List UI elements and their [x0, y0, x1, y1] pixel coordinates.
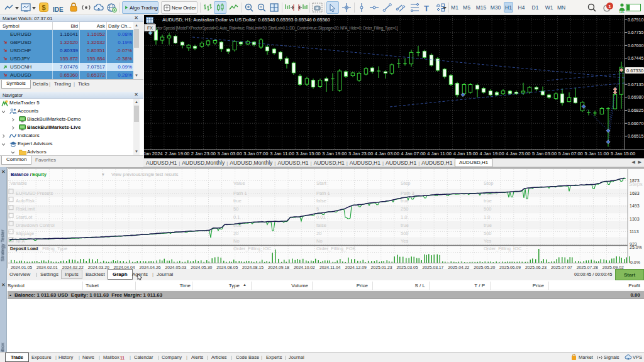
- svg-text:4 Jan 19:00: 4 Jan 19:00: [479, 151, 504, 156]
- svg-text:No: No: [233, 238, 240, 244]
- svg-text:3 Jan 15:00: 3 Jan 15:00: [296, 151, 321, 156]
- svg-text:Order_Filling_IOC: Order_Filling_IOC: [484, 246, 522, 251]
- svg-text:Drawdown Control: Drawdown Control: [16, 222, 55, 228]
- svg-text:0.1: 0.1: [233, 214, 240, 220]
- svg-text:EURUSD Presets: EURUSD Presets: [16, 190, 53, 196]
- svg-text:AutoRisk: AutoRisk: [16, 198, 35, 204]
- svg-text:0.66980: 0.66980: [628, 95, 643, 99]
- svg-text:3 Jan 23:00: 3 Jan 23:00: [348, 151, 373, 156]
- svg-text:Order_Filling_FOK: Order_Filling_FOK: [316, 246, 356, 251]
- svg-text:true: true: [401, 222, 409, 228]
- svg-text:▾: ▾: [102, 172, 104, 177]
- svg-text:Path 3: Path 3: [401, 190, 414, 196]
- svg-text:_Filling_Type: _Filling_Type: [39, 246, 67, 251]
- svg-text:0.66670: 0.66670: [628, 121, 643, 126]
- svg-text:0.67135: 0.67135: [628, 82, 643, 87]
- svg-text:3 Jan 19:00: 3 Jan 19:00: [322, 151, 347, 156]
- svg-text:0.66515: 0.66515: [628, 134, 643, 138]
- svg-text:StartLot: StartLot: [16, 214, 33, 220]
- svg-text:Order_Filling_IOC: Order_Filling_IOC: [233, 246, 272, 251]
- svg-text:3 Jan 11:00: 3 Jan 11:00: [270, 151, 294, 156]
- svg-text:LVL: LVL: [619, 11, 625, 14]
- svg-text:500: 500: [401, 231, 409, 236]
- svg-text:RiskLimit: RiskLimit: [16, 206, 35, 212]
- svg-text:1873: 1873: [630, 178, 640, 183]
- svg-text:Yes: Yes: [401, 238, 408, 244]
- svg-text:Equity: Equity: [32, 172, 47, 177]
- svg-text:Path 1: Path 1: [233, 190, 247, 196]
- svg-text:4 Jan 07:00: 4 Jan 07:00: [401, 151, 425, 156]
- svg-text:1: 1: [608, 4, 611, 9]
- svg-text:Start: Start: [316, 180, 327, 186]
- svg-text:20: 20: [316, 231, 321, 236]
- svg-text:true: true: [484, 198, 492, 204]
- svg-text:Slippage: Slippage: [16, 231, 34, 236]
- svg-text:1683: 1683: [630, 191, 640, 195]
- svg-text:5 Jan 11:00: 5 Jan 11:00: [585, 151, 609, 156]
- svg-text:5 Jan 15:00: 5 Jan 15:00: [611, 151, 635, 156]
- svg-text:500: 500: [484, 206, 492, 212]
- svg-text:0.0%: 0.0%: [630, 260, 640, 265]
- svg-text:false: false: [316, 222, 326, 228]
- svg-text:4 Jan 23:00: 4 Jan 23:00: [506, 151, 530, 156]
- svg-text:true: true: [233, 198, 242, 204]
- svg-text:$: $: [42, 4, 45, 11]
- svg-text:25.0%: 25.0%: [630, 245, 642, 250]
- svg-text:4 Jan 11:00: 4 Jan 11:00: [427, 151, 452, 156]
- svg-text:2 Jan 23:00: 2 Jan 23:00: [191, 151, 216, 156]
- svg-text:20: 20: [233, 231, 238, 236]
- svg-text:Balance /: Balance /: [11, 172, 32, 177]
- svg-text:0.01: 0.01: [316, 214, 326, 220]
- svg-text:250: 250: [401, 206, 409, 212]
- svg-text:0.66825: 0.66825: [628, 108, 643, 112]
- svg-text:2 Jan 19:00: 2 Jan 19:00: [165, 151, 189, 156]
- svg-text:Path 1: Path 1: [316, 190, 330, 196]
- svg-text:1113: 1113: [630, 229, 639, 234]
- svg-text:3 Jan 03:00: 3 Jan 03:00: [217, 151, 242, 156]
- svg-text:Deposit Load: Deposit Load: [10, 246, 38, 251]
- svg-text:No: No: [316, 238, 323, 244]
- svg-text:5 Jan 07:00: 5 Jan 07:00: [558, 151, 583, 156]
- svg-text:4 Jan 15:00: 4 Jan 15:00: [453, 151, 478, 156]
- svg-text:Yes: Yes: [484, 238, 491, 244]
- svg-text:1303: 1303: [630, 217, 640, 221]
- svg-text:Step: Step: [401, 180, 410, 186]
- svg-text:3 Jan 07:00: 3 Jan 07:00: [243, 151, 268, 156]
- svg-text:0.67910: 0.67910: [628, 18, 643, 22]
- svg-text:Variable: Variable: [10, 180, 27, 186]
- svg-text:Stop: Stop: [484, 180, 493, 186]
- svg-text:500: 500: [484, 231, 492, 236]
- svg-text:0.67755: 0.67755: [628, 30, 643, 35]
- svg-text:0.67600: 0.67600: [628, 43, 643, 48]
- svg-text:50: 50: [233, 206, 238, 212]
- svg-text:1493: 1493: [630, 204, 640, 208]
- svg-text:Value: Value: [233, 180, 245, 186]
- svg-text:1.0: 1.0: [484, 214, 490, 220]
- svg-text:false: false: [316, 198, 326, 204]
- svg-text:4 Jan 03:00: 4 Jan 03:00: [375, 151, 399, 156]
- svg-text:0.67330: 0.67330: [626, 68, 643, 74]
- svg-text:5: 5: [316, 206, 319, 212]
- svg-text:2 Jan 2024: 2 Jan 2024: [144, 151, 163, 156]
- svg-text:View previous/single test resu: View previous/single test results: [111, 172, 179, 177]
- svg-text:5 Jan 03:00: 5 Jan 03:00: [532, 151, 557, 156]
- svg-text:0.67445: 0.67445: [628, 56, 643, 60]
- svg-text:true: true: [484, 222, 492, 228]
- svg-text:1.0: 1.0: [401, 214, 407, 220]
